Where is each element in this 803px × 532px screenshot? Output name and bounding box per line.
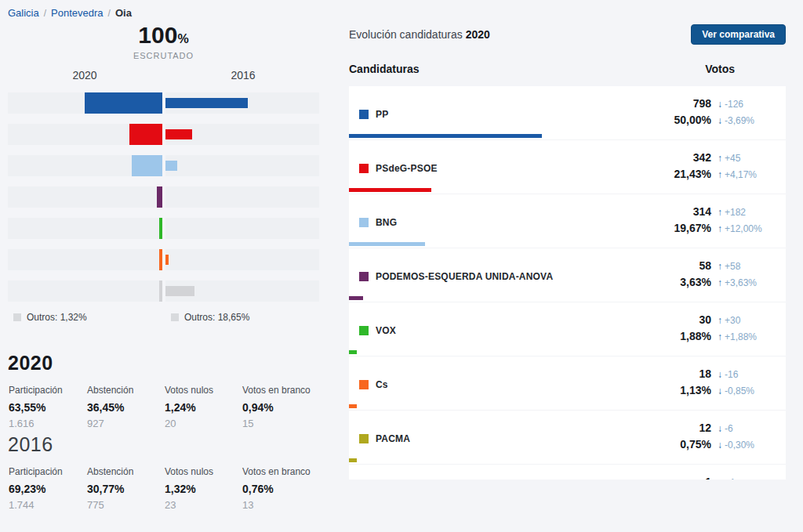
pct-delta-value: +3,63% [725,277,757,288]
pct-line: 1,13% ↓-0,85% [680,384,765,400]
pct-delta-value: +12,00% [725,223,762,234]
party-color-swatch-icon [359,434,369,443]
summary-2016-title: 2016 [8,434,319,456]
party-name: PP [376,109,388,120]
chart-bar-2020 [159,249,162,270]
chart-row-bng [8,155,319,176]
chart-bar-2016 [165,98,248,108]
stat-count: 775 [87,499,165,511]
chart-bar-2016 [165,286,194,296]
chart-row-psdeg [8,124,319,145]
pct-delta-value: +4,17% [725,169,757,180]
party-row-cs: Cs 18 ↓-16 1,13% ↓-0,85% [349,356,786,411]
chart-bar-2020 [157,186,162,208]
votes-pct: 1,13% [680,384,711,396]
stat-count: 1.616 [9,418,87,429]
votes-count: 58 [699,259,711,272]
stat-item: Participación 69,23% 1.744 [9,466,87,511]
stat-item: Votos en branco 0,94% 15 [242,385,319,429]
votes-line: 342 ↑+45 [674,151,765,168]
party-color-swatch-icon [359,272,369,281]
chart-row-podemos [8,186,319,208]
summary-2020-title: 2020 [8,353,319,375]
party-name: VOX [376,325,396,336]
votes-trend-arrow-icon: ↑ [718,153,722,164]
votes-delta: ↓-126 [718,99,765,110]
stat-value: 30,77% [87,483,165,495]
votes-pct: 21,43% [674,168,711,180]
votes-line: 798 ↓-126 [674,97,765,114]
votes-trend-arrow-icon: ↑ [718,315,722,326]
votes-pct: 19,67% [674,222,711,234]
summary-2020-section: 2020 Participación 63,55% 1.616 Abstenci… [8,353,319,429]
party-votes-block: 1 ↑+1 [705,476,765,480]
results-overview-column: 100% ESCRUTADO 2020 2016 [8,0,319,532]
pct-delta-value: -3,69% [725,115,754,126]
chart-track-2016 [165,155,319,176]
party-identity: VOX [359,325,396,336]
votes-delta-value: +30 [725,315,740,326]
votes-delta-value: -6 [725,423,733,434]
party-progress-bar [349,188,431,192]
chart-year-2020-header: 2020 [53,69,116,81]
party-name: PODEMOS-ESQUERDA UNIDA-ANOVA [376,271,553,282]
chart-row-cs [8,249,319,270]
scrutiny-label: ESCRUTADO [8,51,319,60]
votes-line: 12 ↓-6 [680,422,765,438]
pct-delta: ↑+12,00% [718,223,765,234]
panel-title-year: 2020 [466,28,490,41]
stat-label: Abstención [87,466,165,477]
votes-delta-value: -16 [725,369,738,380]
votes-pct: 1,88% [680,330,711,342]
legend-outros-2016-label: Outros: 18,65% [184,312,249,323]
party-color-swatch-icon [359,380,369,389]
column-header-votos: Votos [705,63,735,75]
stat-count: 23 [165,499,242,511]
ver-comparativa-button[interactable]: Ver comparativa [691,24,786,45]
votes-pct: 0,75% [680,438,711,451]
chart-bar-2016 [165,255,169,265]
chart-bar-2020 [129,124,162,145]
pct-line: 21,43% ↑+4,17% [674,168,765,184]
party-name: BNG [376,217,397,228]
chart-track-2016 [165,218,319,239]
stat-count: 15 [242,418,319,429]
stat-item: Abstención 36,45% 927 [87,385,165,429]
legend-outros-2020: Outros: 1,32% [13,312,87,323]
chart-track-2020 [8,186,162,208]
chart-bar-2020 [159,218,162,239]
pct-trend-arrow-icon: ↓ [718,385,722,396]
votes-line: 18 ↓-16 [680,367,765,384]
chart-bar-2020 [132,155,162,176]
party-votes-block: 342 ↑+45 21,43% ↑+4,17% [674,151,765,184]
stat-value: 1,32% [165,483,242,495]
party-name: PACMA [376,433,410,444]
votes-count: 314 [693,205,711,218]
pct-trend-arrow-icon: ↓ [718,115,722,126]
party-votes-block: 58 ↑+58 3,63% ↑+3,63% [680,259,765,292]
stat-item: Votos nulos 1,24% 20 [165,385,242,429]
chart-bar-2020 [85,92,162,114]
legend-square-icon [13,313,21,321]
party-identity: PACMA [359,433,410,444]
votes-pct: 3,63% [680,276,711,288]
legend-square-icon [171,313,179,321]
party-votes-block: 30 ↑+30 1,88% ↑+1,88% [680,313,765,346]
party-color-swatch-icon [359,110,369,119]
votes-line: 58 ↑+58 [680,259,765,276]
votes-line: 1 ↑+1 [705,476,765,480]
pct-delta: ↑+4,17% [718,169,765,180]
table-headers: Candidaturas Votos [349,63,786,77]
stat-value: 69,23% [9,483,87,495]
stat-label: Participación [9,385,87,396]
stat-label: Votos en branco [242,466,319,477]
candidaturas-table: PP 798 ↓-126 50,00% ↓-3,69% PSdeG-PSOE 3… [349,86,786,480]
summary-2020-stats: Participación 63,55% 1.616 Abstención 36… [9,385,319,429]
party-color-swatch-icon [359,164,369,173]
votes-pct: 50,00% [674,114,711,126]
stat-label: Participación [9,466,87,477]
chart-track-2020 [8,280,162,302]
stat-label: Votos nulos [165,466,242,477]
stat-value: 63,55% [9,401,87,414]
chart-bar-2016 [165,129,192,139]
